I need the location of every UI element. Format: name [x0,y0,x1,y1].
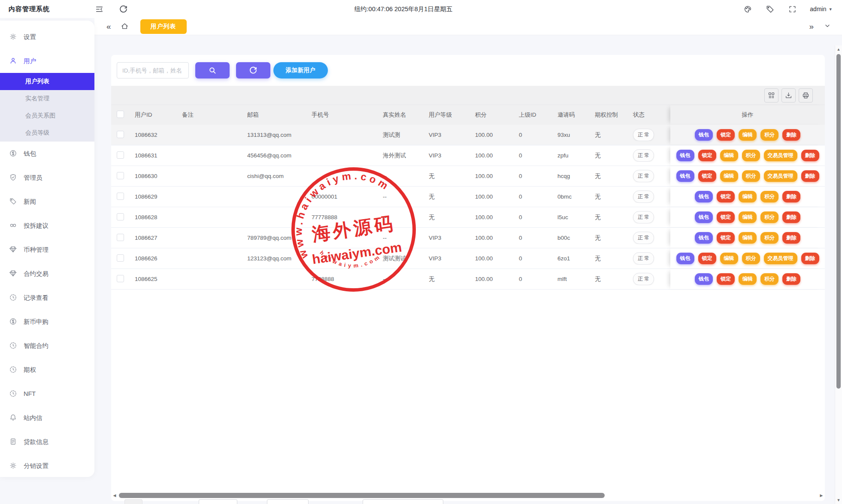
action-wallet-button[interactable]: 钱包 [695,211,713,223]
user-menu[interactable]: admin ▾ [810,6,832,12]
pagination-prev[interactable] [199,499,237,504]
sidebar-item[interactable]: 投拆建议 [0,214,94,238]
sidebar-subitem[interactable]: 实名管理 [0,90,94,107]
search-input[interactable] [117,62,189,78]
sidebar-item[interactable]: NFT [0,382,94,406]
export-icon[interactable] [781,88,796,103]
status-badge[interactable]: 正 常 [633,170,654,182]
action-wallet-button[interactable]: 钱包 [676,253,694,264]
action-lock-button[interactable]: 锁定 [698,150,716,161]
status-badge[interactable]: 正 常 [633,232,654,244]
pagination-page[interactable] [267,499,309,504]
action-lock-button[interactable]: 锁定 [698,253,716,264]
scroll-left-arrow[interactable]: ◀ [111,492,118,499]
tab-user-list[interactable]: 用户列表 [140,19,187,34]
action-points-button[interactable]: 积分 [760,129,778,141]
scroll-up-arrow[interactable]: ▲ [835,47,842,51]
sidebar-item[interactable]: 智能合约 [0,334,94,358]
action-wallet-button[interactable]: 钱包 [676,150,694,161]
status-badge[interactable]: 正 常 [633,211,654,223]
select-all-checkbox[interactable] [117,111,124,118]
action-edit-button[interactable]: 编辑 [739,191,757,202]
pagination-jump[interactable] [363,499,443,504]
action-edit-button[interactable]: 编辑 [720,170,738,182]
action-wallet-button[interactable]: 钱包 [695,191,713,202]
action-delete-button[interactable]: 删除 [782,273,800,285]
action-edit-button[interactable]: 编辑 [739,273,757,285]
action-wallet-button[interactable]: 钱包 [695,232,713,244]
action-edit-button[interactable]: 编辑 [720,150,738,161]
vertical-scrollbar-thumb[interactable] [836,54,841,389]
action-trader-button[interactable]: 交易员管理 [764,150,797,161]
action-lock-button[interactable]: 锁定 [698,170,716,182]
row-checkbox[interactable] [117,172,124,179]
action-points-button[interactable]: 积分 [742,150,760,161]
home-icon[interactable] [121,22,129,31]
status-badge[interactable]: 正 常 [633,190,654,203]
sidebar-item[interactable]: 用户 [0,49,94,73]
action-points-button[interactable]: 积分 [760,191,778,202]
action-points-button[interactable]: 积分 [760,211,778,223]
sidebar-item[interactable]: 期权 [0,358,94,382]
sidebar-item[interactable]: 钱包 [0,142,94,166]
tabs-dropdown-icon[interactable] [824,22,831,31]
fullscreen-icon[interactable] [787,4,797,14]
sidebar-subitem[interactable]: 会员等级 [0,124,94,142]
refresh-page-icon[interactable] [118,4,128,14]
columns-icon[interactable] [764,88,778,103]
tabs-scroll-left-icon[interactable]: « [106,22,111,30]
action-edit-button[interactable]: 编辑 [739,129,757,141]
action-lock-button[interactable]: 锁定 [717,273,735,285]
row-checkbox[interactable] [117,254,124,262]
sidebar-item[interactable]: 记录查看 [0,286,94,310]
status-badge[interactable]: 正 常 [633,273,654,285]
tag-icon[interactable] [765,4,775,14]
sidebar-item[interactable]: 新闻 [0,190,94,214]
sidebar-item[interactable]: 分销设置 [0,454,94,477]
sidebar-item[interactable]: 新币申购 [0,310,94,334]
row-checkbox[interactable] [117,275,124,282]
action-delete-button[interactable]: 删除 [801,253,819,264]
palette-icon[interactable] [743,4,752,14]
scroll-down-arrow[interactable]: ▼ [835,498,842,502]
row-checkbox[interactable] [117,213,124,220]
sidebar-subitem[interactable]: 用户列表 [0,73,94,90]
horizontal-scrollbar-thumb[interactable] [119,493,605,498]
action-points-button[interactable]: 积分 [760,273,778,285]
sidebar-item[interactable]: 站内信 [0,406,94,430]
sidebar-item[interactable]: 管理员 [0,166,94,190]
action-lock-button[interactable]: 锁定 [717,232,735,244]
row-checkbox[interactable] [117,193,124,200]
action-trader-button[interactable]: 交易员管理 [764,253,797,264]
action-delete-button[interactable]: 删除 [782,211,800,223]
print-icon[interactable] [799,88,813,103]
sidebar-item[interactable]: 贷款信息 [0,430,94,454]
action-lock-button[interactable]: 锁定 [717,191,735,202]
tabs-scroll-right-icon[interactable]: » [809,22,814,30]
status-badge[interactable]: 正 常 [633,129,654,141]
sidebar-item[interactable]: 合约交易 [0,262,94,286]
status-badge[interactable]: 正 常 [633,252,654,265]
action-trader-button[interactable]: 交易员管理 [764,170,797,182]
search-button[interactable] [195,62,230,78]
row-checkbox[interactable] [117,151,124,159]
action-delete-button[interactable]: 删除 [782,232,800,244]
action-wallet-button[interactable]: 钱包 [695,273,713,285]
sidebar-item[interactable]: 币种管理 [0,238,94,262]
add-user-button[interactable]: 添加新用户 [273,62,328,78]
action-edit-button[interactable]: 编辑 [720,253,738,264]
sidebar-item[interactable]: 设置 [0,25,94,49]
action-points-button[interactable]: 积分 [742,253,760,264]
sidebar-subitem[interactable]: 会员关系图 [0,107,94,124]
action-points-button[interactable]: 积分 [742,170,760,182]
action-delete-button[interactable]: 删除 [801,170,819,182]
pagination-total[interactable] [124,499,142,504]
action-wallet-button[interactable]: 钱包 [676,170,694,182]
action-edit-button[interactable]: 编辑 [739,211,757,223]
row-checkbox[interactable] [117,234,124,241]
action-delete-button[interactable]: 删除 [782,129,800,141]
action-lock-button[interactable]: 锁定 [717,129,735,141]
action-edit-button[interactable]: 编辑 [739,232,757,244]
action-points-button[interactable]: 积分 [760,232,778,244]
action-delete-button[interactable]: 删除 [782,191,800,202]
